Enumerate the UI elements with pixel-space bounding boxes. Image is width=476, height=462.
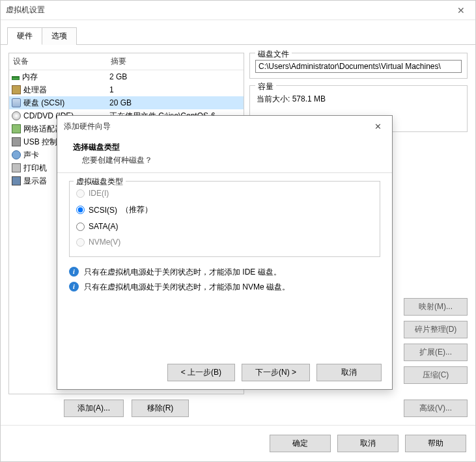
- radio-ide-input: [76, 189, 85, 198]
- col-device: 设备: [9, 53, 107, 70]
- hw-name: 内存: [22, 72, 38, 83]
- hw-summary: 1: [109, 85, 244, 94]
- back-button[interactable]: < 上一步(B): [167, 364, 235, 381]
- hw-name: 显示器: [23, 176, 47, 187]
- tab-options[interactable]: 选项: [42, 27, 77, 45]
- radio-sata[interactable]: SATA(A): [76, 219, 373, 234]
- info-icon: i: [69, 267, 79, 277]
- compact-button[interactable]: 压缩(C): [404, 366, 468, 384]
- printer-icon: [12, 163, 21, 172]
- hw-summary: 20 GB: [109, 98, 244, 107]
- sound-icon: [12, 150, 21, 159]
- info-nvme: i 只有在虚拟机电源处于关闭状态时，才能添加 NVMe 磁盘。: [69, 280, 380, 295]
- map-button[interactable]: 映射(M)...: [404, 298, 468, 316]
- capacity-label: 容量: [255, 81, 276, 92]
- hw-name: 处理器: [23, 85, 47, 96]
- add-button[interactable]: 添加(A)...: [64, 400, 124, 417]
- info-ide: i 只有在虚拟机电源处于关闭状态时，才能添加 IDE 磁盘。: [69, 265, 380, 280]
- disk-file-path[interactable]: C:\Users\Administrator\Documents\Virtual…: [255, 60, 462, 73]
- hw-name: 打印机: [23, 163, 47, 174]
- radio-ide-label: IDE(I): [89, 189, 109, 198]
- info-icon: i: [69, 282, 79, 292]
- radio-scsi-input[interactable]: [76, 206, 85, 214]
- hw-name: 硬盘 (SCSI): [23, 98, 64, 109]
- window-title: 虚拟机设置: [6, 5, 452, 16]
- help-button[interactable]: 帮助: [405, 435, 466, 452]
- info-ide-text: 只有在虚拟机电源处于关闭状态时，才能添加 IDE 磁盘。: [84, 267, 281, 278]
- cd-icon: [12, 111, 21, 120]
- next-button[interactable]: 下一步(N) >: [242, 364, 310, 381]
- disk-file-label: 磁盘文件: [255, 49, 292, 60]
- dialog-subheading: 您要创建何种磁盘？: [73, 153, 376, 166]
- ok-button[interactable]: 确定: [270, 435, 331, 452]
- radio-ide: IDE(I): [76, 185, 373, 201]
- display-icon: [12, 176, 21, 185]
- add-hardware-wizard-dialog: 添加硬件向导 ✕ 选择磁盘类型 您要创建何种磁盘？ 虚拟磁盘类型 IDE(I) …: [57, 115, 393, 390]
- hw-row-memory[interactable]: 内存2 GB: [9, 70, 244, 83]
- tab-hardware[interactable]: 硬件: [7, 27, 42, 45]
- info-nvme-text: 只有在虚拟机电源处于关闭状态时，才能添加 NVMe 磁盘。: [84, 282, 290, 293]
- memory-icon: [12, 76, 20, 80]
- radio-scsi-hint: （推荐）: [121, 204, 152, 215]
- advanced-button[interactable]: 高级(V)...: [404, 400, 468, 417]
- disk-file-group: 磁盘文件 C:\Users\Administrator\Documents\Vi…: [249, 53, 468, 79]
- hw-summary: 2 GB: [109, 72, 244, 81]
- dialog-close-icon[interactable]: ✕: [370, 122, 385, 131]
- expand-button[interactable]: 扩展(E)...: [404, 344, 468, 361]
- radio-nvme: NVMe(V): [76, 234, 373, 250]
- dialog-title: 添加硬件向导: [64, 121, 370, 132]
- cancel-button[interactable]: 取消: [337, 435, 399, 452]
- col-summary: 摘要: [107, 53, 244, 70]
- hw-row-disk[interactable]: 硬盘 (SCSI)20 GB: [9, 96, 244, 109]
- disk-icon: [12, 98, 21, 107]
- radio-sata-input[interactable]: [76, 223, 85, 231]
- defragment-button[interactable]: 碎片整理(D): [404, 321, 468, 338]
- radio-scsi[interactable]: SCSI(S) （推荐）: [76, 201, 373, 219]
- close-icon[interactable]: ✕: [452, 5, 470, 16]
- radio-nvme-label: NVMe(V): [89, 238, 120, 247]
- radio-scsi-label: SCSI(S): [89, 206, 117, 215]
- hw-name: 声卡: [23, 150, 39, 161]
- current-size: 当前大小: 578.1 MB: [255, 92, 462, 105]
- dialog-cancel-button[interactable]: 取消: [316, 364, 382, 381]
- usb-icon: [12, 137, 21, 146]
- dialog-heading: 选择磁盘类型: [73, 142, 376, 153]
- radio-nvme-input: [76, 238, 85, 247]
- remove-button[interactable]: 移除(R): [132, 400, 189, 417]
- hw-row-cpu[interactable]: 处理器1: [9, 83, 244, 96]
- disk-type-label: 虚拟磁盘类型: [76, 177, 123, 186]
- radio-sata-label: SATA(A): [89, 222, 119, 231]
- cpu-icon: [12, 85, 21, 94]
- disk-type-group: 虚拟磁盘类型 IDE(I) SCSI(S) （推荐） SATA(A) NVMe(…: [69, 181, 380, 257]
- net-icon: [12, 124, 21, 133]
